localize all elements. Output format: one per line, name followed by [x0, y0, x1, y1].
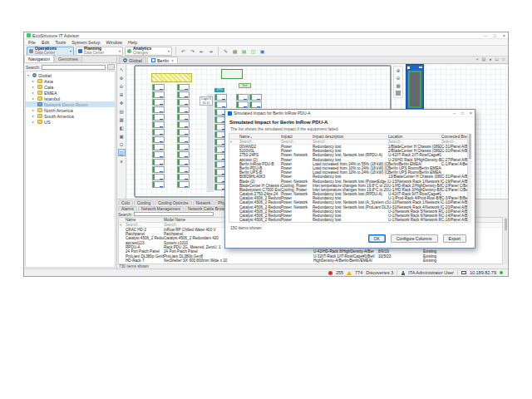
close-tab-icon[interactable] [170, 58, 174, 63]
row-tool-icon[interactable]: ◧ [118, 124, 126, 131]
current-user[interactable]: ITA Administrator User [408, 270, 454, 275]
mode-button[interactable]: AnalyticsChanges [125, 47, 172, 56]
rack-cell[interactable] [177, 181, 190, 188]
rack-cell[interactable] [177, 99, 190, 106]
rack-cell[interactable] [152, 151, 165, 158]
menu-item[interactable]: Window [106, 40, 122, 45]
rack-cell[interactable] [152, 136, 165, 143]
discoveries-status[interactable]: Discoveries 3 [366, 270, 393, 275]
server-address[interactable]: 10.189.82.79 [470, 270, 496, 275]
export-button[interactable]: Export [443, 234, 466, 243]
bottom-panel-scrollbar[interactable] [504, 217, 507, 264]
column-impact[interactable]: Impact [281, 134, 313, 139]
rack-cell[interactable] [152, 166, 165, 173]
breaker-filter[interactable]: Search... [441, 140, 468, 144]
rack-cell[interactable] [152, 129, 165, 135]
rack-cell[interactable] [177, 121, 190, 128]
rack-cell[interactable] [152, 84, 165, 91]
impact-tool-icon[interactable]: ◫ [118, 149, 126, 156]
name-filter[interactable]: Search... [126, 223, 164, 227]
rack-cell[interactable] [249, 94, 262, 101]
column-location[interactable]: Location [388, 134, 441, 139]
nav-search-input[interactable] [42, 65, 106, 70]
rack-cell[interactable] [152, 144, 165, 150]
rack-cell[interactable] [177, 151, 190, 158]
grid-icon[interactable] [240, 47, 248, 55]
close-icon[interactable]: × [470, 111, 472, 116]
column-name[interactable]: Name [239, 134, 281, 139]
save-icon[interactable] [249, 47, 257, 55]
pan-tool-icon[interactable]: ✥ [118, 99, 126, 106]
tile-tool-icon[interactable]: ⊡ [118, 140, 126, 148]
impact-filter[interactable]: Search... [281, 140, 313, 144]
rack-cell[interactable] [177, 91, 190, 98]
zoom-out-icon[interactable]: ⊖ [118, 82, 126, 90]
select-tool-icon[interactable]: ↖ [118, 66, 126, 73]
bottom-search-input[interactable] [134, 212, 214, 217]
overview-icon[interactable]: ▦ [395, 82, 402, 89]
tree-item[interactable]: ▸ North America [26, 107, 115, 113]
rack-cell[interactable] [152, 106, 165, 113]
rack-cell[interactable] [177, 114, 190, 121]
critical-alarms-count[interactable]: 255 [336, 270, 343, 275]
rack-cell[interactable] [214, 101, 227, 108]
warning-alarms-icon[interactable] [347, 271, 352, 275]
list-tool-icon[interactable]: ≡ [118, 157, 126, 165]
minimize-panel-icon[interactable]: ▭ [495, 57, 499, 62]
forward-icon[interactable] [207, 47, 214, 55]
impact-table-scrollbar[interactable] [468, 133, 471, 223]
rack-cell[interactable] [152, 174, 165, 180]
zoom-in-icon[interactable]: ⊕ [395, 67, 402, 74]
column-name[interactable]: Name [126, 218, 164, 222]
ok-button[interactable]: OK [368, 234, 386, 243]
table-row[interactable]: PowerEdge 1950 PowerEdge 1950 U-12/Prod-… [119, 264, 502, 264]
grid-tool-icon[interactable]: ▦ [118, 116, 126, 123]
critical-alarms-icon[interactable] [328, 271, 332, 275]
fit-view-icon[interactable]: ⊞ [118, 91, 126, 98]
mode-button[interactable]: PlanningData Center [76, 47, 123, 56]
undo-icon[interactable] [180, 47, 187, 55]
maximize-icon[interactable]: □ [461, 111, 464, 116]
tree-item[interactable]: ▸ Cala [26, 84, 115, 90]
tree-item[interactable]: ▸ Istanbul [26, 96, 115, 101]
tab-global[interactable]: Global [119, 57, 146, 63]
tree-item[interactable]: ▸ South America [26, 113, 115, 119]
mode-button[interactable]: OperationsData Center [27, 47, 74, 56]
back-icon[interactable] [198, 47, 205, 55]
description-filter[interactable]: Search... [313, 140, 388, 144]
menu-item[interactable]: Edit [42, 40, 49, 45]
rack-cell[interactable] [177, 136, 190, 143]
tab-navigation[interactable]: Navigation [24, 55, 54, 62]
column-impact-description[interactable]: Impact description [313, 134, 388, 139]
record-icon[interactable]: ● [489, 57, 491, 62]
rack-cell[interactable] [249, 101, 262, 108]
rack-cell[interactable] [152, 91, 165, 98]
maximize-icon[interactable]: □ [493, 32, 495, 39]
restore-panel-icon[interactable]: □ [502, 57, 505, 62]
menu-item[interactable]: File [28, 40, 36, 45]
menu-item[interactable]: Help [128, 40, 137, 45]
column-connected-breaker[interactable]: Connected Breaker [441, 134, 468, 139]
layers-tool-icon[interactable]: ▤ [118, 107, 126, 115]
tree-item[interactable]: ▸ US [26, 119, 115, 125]
close-icon[interactable]: × [503, 32, 505, 39]
layout-icon[interactable] [231, 47, 239, 55]
export-icon[interactable] [259, 47, 266, 55]
menu-item[interactable]: Tools [55, 40, 66, 45]
tree-root-global[interactable]: ▾ Global [26, 72, 115, 78]
edit-icon[interactable] [222, 47, 229, 55]
rack-cell[interactable] [177, 144, 190, 150]
minimize-icon[interactable]: – [484, 32, 486, 39]
rack-cell[interactable] [177, 84, 190, 91]
pin-icon[interactable]: ⌖ [476, 57, 479, 62]
rack-cell[interactable] [152, 114, 165, 121]
redo-icon[interactable] [189, 47, 196, 55]
nav-search-clear-button[interactable] [107, 64, 115, 70]
rack-elevation-panel[interactable] [406, 64, 424, 111]
minimize-icon[interactable]: – [453, 111, 456, 116]
rack-cell[interactable] [152, 181, 165, 188]
name-filter[interactable]: Search... [239, 140, 281, 144]
rack-cell[interactable] [236, 94, 249, 101]
zoom-out-icon[interactable]: ⊖ [395, 75, 402, 81]
table-row[interactable]: Catalyst 4506_2 Redundant 4200w-B Power … [229, 218, 467, 222]
